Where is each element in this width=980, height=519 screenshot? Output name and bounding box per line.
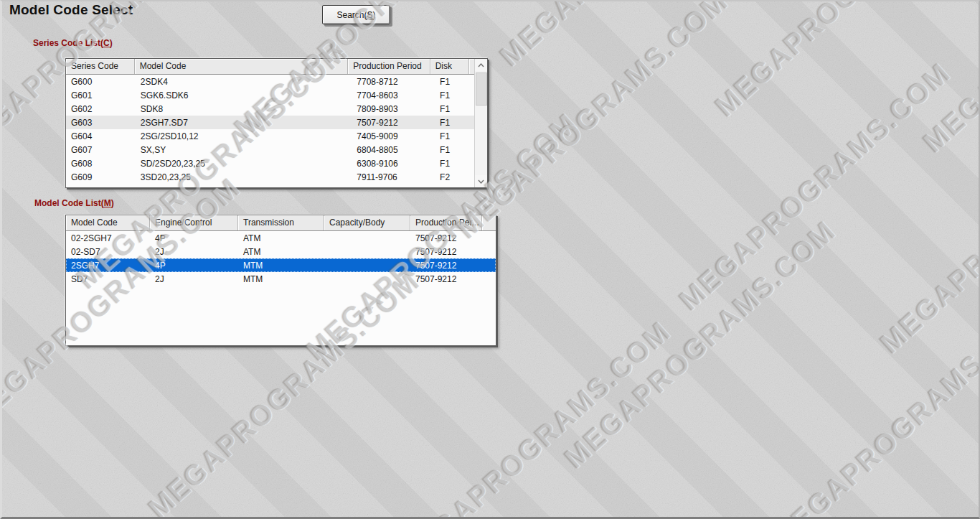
table-row-02-sd7[interactable]: 02-SD7 2J ATM 7507-9212	[66, 245, 496, 258]
cell-capacity-body	[324, 231, 410, 245]
column-header-engine-control[interactable]: Engine/Control	[150, 215, 238, 230]
scroll-up-button[interactable]	[475, 59, 487, 71]
cell-series-code: G600	[66, 75, 136, 88]
cell-production-period: 6308-9106	[352, 156, 435, 170]
table-row-2sgh7-selected[interactable]: 2SGH7 4P MTM 7507-9212	[66, 258, 496, 272]
cell-production-period: 7809-8903	[352, 102, 435, 116]
page-title: Model Code Select	[9, 2, 133, 18]
cell-production-period: 7405-9009	[352, 129, 435, 143]
cell-model-code: 3SD20,23,25	[136, 170, 352, 184]
table-row-g607[interactable]: G607 SX,SY 6804-8805 F1	[66, 143, 474, 156]
series-code-rows: G600 2SDK4 7708-8712 F1 G601 SGK6.SDK6 7…	[66, 75, 474, 187]
table-row-g608[interactable]: G608 SD/2SD20,23,25 6308-9106 F1	[66, 156, 474, 170]
model-code-list-body: Model Code Engine/Control Transmission C…	[66, 215, 496, 345]
model-code-list-label: Model Code List(M)	[34, 198, 114, 208]
cell-disk: F1	[435, 102, 474, 116]
cell-engine-control: 4P	[150, 231, 238, 245]
chevron-down-icon	[478, 179, 484, 184]
cell-model-code: SD/2SD20,23,25	[136, 156, 352, 170]
cell-engine-control: 2J	[150, 245, 238, 258]
column-header-production-period[interactable]: Production Period	[348, 59, 430, 74]
cell-production-period: 7507-9212	[410, 272, 482, 286]
cell-series-code: G603	[66, 116, 136, 129]
series-label-text-end: )	[110, 38, 113, 48]
cell-model-code: 02-2SGH7	[66, 231, 150, 245]
search-button[interactable]: Search(S)	[322, 5, 390, 24]
cell-engine-control: 4P	[150, 258, 238, 272]
model-label-text: Model Code List(	[34, 198, 104, 208]
cell-disk: F1	[435, 88, 474, 102]
column-header-capacity-body[interactable]: Capacity/Body	[324, 215, 410, 230]
cell-model-code: SD7	[66, 272, 150, 286]
table-row-sd7[interactable]: SD7 2J MTM 7507-9212	[66, 272, 496, 286]
cell-model-code: 2SGH7.SD7	[136, 116, 352, 129]
cell-production-period: 7507-9212	[410, 258, 482, 272]
cell-production-period: 7704-8603	[352, 88, 435, 102]
column-header-production-period[interactable]: Production Per...	[410, 215, 482, 230]
cell-model-code: 2SGH7	[66, 258, 150, 272]
table-row-02-2sgh7[interactable]: 02-2SGH7 4P ATM 7507-9212	[66, 231, 496, 245]
cell-model-code: 2SG/2SD10,12	[136, 129, 352, 143]
cell-model-code: 02-SD7	[66, 245, 150, 258]
cell-production-period: 7708-8712	[352, 75, 435, 88]
cell-engine-control: 2J	[150, 272, 238, 286]
cell-series-code: G607	[66, 143, 136, 156]
cell-capacity-body	[324, 258, 410, 272]
cell-disk: F1	[435, 129, 474, 143]
table-row-g602[interactable]: G602 SDK8 7809-8903 F1	[66, 102, 474, 116]
series-code-list: Series Code Model Code Production Period…	[65, 58, 488, 188]
cell-disk: F1	[435, 116, 474, 129]
cell-transmission: MTM	[238, 272, 324, 286]
series-code-list-header: Series Code Model Code Production Period…	[66, 59, 474, 75]
cell-model-code: 2SDK4	[136, 75, 352, 88]
table-row-g609[interactable]: G609 3SD20,23,25 7911-9706 F2	[66, 170, 474, 184]
cell-series-code: G609	[66, 170, 136, 184]
cell-production-period: 6804-8805	[352, 143, 435, 156]
cell-production-period: 7507-9212	[352, 116, 435, 129]
cell-capacity-body	[324, 245, 410, 258]
vertical-scrollbar[interactable]	[474, 59, 487, 187]
chevron-up-icon	[478, 63, 484, 67]
search-button-label-end: )	[373, 10, 376, 20]
cell-production-period: 7507-9212	[410, 231, 482, 245]
column-header-filler	[469, 59, 474, 74]
cell-model-code: SDK8	[136, 102, 352, 116]
cell-model-code: SX,SY	[136, 143, 352, 156]
model-label-text-end: )	[111, 198, 114, 208]
cell-disk: F2	[435, 170, 474, 184]
scrollbar-thumb[interactable]	[476, 73, 487, 106]
cell-model-code: SGK6.SDK6	[136, 88, 352, 102]
column-header-model-code[interactable]: Model Code	[135, 59, 349, 74]
model-code-list-header: Model Code Engine/Control Transmission C…	[66, 215, 496, 231]
cell-transmission: MTM	[238, 258, 324, 272]
scroll-down-button[interactable]	[475, 175, 487, 187]
table-row-g603-selected[interactable]: G603 2SGH7.SD7 7507-9212 F1	[66, 116, 474, 129]
model-label-mnemonic: M	[104, 198, 111, 208]
cell-production-period: 7911-9706	[352, 170, 435, 184]
column-header-model-code[interactable]: Model Code	[66, 215, 150, 230]
series-label-text: Series Code List(	[33, 38, 103, 48]
model-code-select-window: Model Code Select Search(S) Series Code …	[0, 0, 980, 519]
cell-disk: F1	[435, 156, 474, 170]
cell-capacity-body	[324, 272, 410, 286]
cell-series-code: G601	[66, 88, 136, 102]
column-header-filler	[482, 215, 496, 230]
model-code-rows: 02-2SGH7 4P ATM 7507-9212 02-SD7 2J ATM …	[66, 231, 496, 345]
column-header-series-code[interactable]: Series Code	[66, 59, 135, 74]
column-header-transmission[interactable]: Transmission	[238, 215, 324, 230]
cell-series-code: G604	[66, 129, 136, 143]
cell-transmission: ATM	[238, 231, 324, 245]
model-code-list: Model Code Engine/Control Transmission C…	[65, 215, 496, 346]
table-row-g601[interactable]: G601 SGK6.SDK6 7704-8603 F1	[66, 88, 474, 102]
search-button-label: Search(	[336, 10, 367, 20]
cell-disk: F1	[435, 75, 474, 88]
cell-series-code: G608	[66, 156, 136, 170]
series-label-mnemonic: C	[103, 38, 110, 48]
series-code-list-label: Series Code List(C)	[33, 38, 113, 48]
cell-transmission: ATM	[238, 245, 324, 258]
cell-series-code: G602	[66, 102, 136, 116]
table-row-g600[interactable]: G600 2SDK4 7708-8712 F1	[66, 75, 474, 88]
table-row-g604[interactable]: G604 2SG/2SD10,12 7405-9009 F1	[66, 129, 474, 143]
search-button-mnemonic: S	[367, 10, 373, 20]
column-header-disk[interactable]: Disk	[430, 59, 469, 74]
